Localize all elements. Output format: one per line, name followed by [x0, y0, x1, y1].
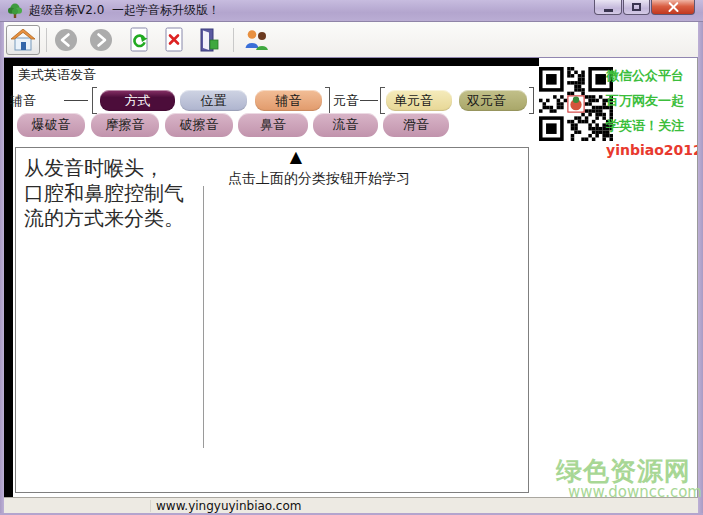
minimize-button[interactable] [594, 0, 622, 15]
close-icon [668, 2, 679, 13]
forward-icon [90, 29, 112, 51]
qr-code [539, 66, 613, 142]
vertical-divider [203, 186, 204, 448]
minimize-icon [604, 9, 613, 12]
tab-method[interactable]: 方式 [100, 90, 175, 111]
tab-consonant[interactable]: 辅音 [255, 90, 322, 111]
description-line: 从发音时喉头， [24, 156, 214, 181]
back-button[interactable] [52, 26, 80, 54]
exit-button[interactable] [195, 26, 223, 54]
status-url: www.yingyuyinbiao.com [156, 499, 301, 513]
tab-monophthong[interactable]: 单元音 [386, 90, 452, 111]
up-arrow-icon: ▲ [280, 147, 312, 166]
flash-frame-top [4, 58, 539, 66]
status-separator [150, 500, 151, 512]
subcat-button-nasal[interactable]: 鼻音 [238, 113, 308, 137]
toolbar-separator [46, 28, 47, 52]
consonant-group-label: 辅音 [10, 92, 36, 110]
promo-line: 微信公众平台 [606, 67, 702, 85]
exit-door-icon [197, 28, 221, 52]
title-bar: 超级音标V2.0 一起学音标升级版！ [0, 0, 703, 22]
description-line: 流的方式来分类。 [24, 206, 214, 231]
toolbar-separator [233, 28, 234, 52]
bracket-open [92, 87, 97, 114]
toolbar [4, 22, 698, 58]
window-frame-left [0, 22, 4, 515]
subcat-button-glide[interactable]: 滑音 [383, 113, 449, 137]
subcat-button-affricate[interactable]: 破擦音 [165, 113, 233, 137]
back-icon [55, 29, 77, 51]
tree-icon [7, 3, 23, 19]
window-title: 超级音标V2.0 一起学音标升级版！ [29, 2, 220, 19]
users-icon [244, 29, 270, 51]
subcat-button-liquid[interactable]: 流音 [313, 113, 378, 137]
bracket-close [529, 87, 534, 114]
users-button[interactable] [240, 26, 274, 54]
promo-account: yinbiao2012 [606, 142, 703, 158]
refresh-icon [127, 27, 151, 53]
home-icon [11, 29, 35, 51]
bracket-open [380, 87, 385, 114]
subcat-button-fricative[interactable]: 摩擦音 [91, 113, 159, 137]
forward-button[interactable] [87, 26, 115, 54]
delete-icon [162, 27, 186, 53]
app-window: 超级音标V2.0 一起学音标升级版！ [0, 0, 703, 515]
promo-line: 学英语！关注 [606, 117, 702, 135]
connector-dash [360, 100, 378, 101]
maximize-icon [632, 3, 641, 11]
window-frame-right [698, 22, 703, 515]
close-button[interactable] [651, 0, 695, 15]
home-button[interactable] [6, 25, 40, 55]
promo-line: 百万网友一起 [606, 92, 702, 110]
window-controls [593, 0, 695, 15]
flash-frame-left [4, 58, 13, 497]
section-title: 美式英语发音 [18, 66, 96, 84]
refresh-button[interactable] [125, 26, 153, 54]
vowel-group-label: 元音 [333, 92, 359, 110]
connector-dash [64, 100, 88, 101]
maximize-button[interactable] [623, 0, 650, 15]
bracket-close [325, 87, 330, 114]
description-text: 从发音时喉头， 口腔和鼻腔控制气 流的方式来分类。 [24, 156, 214, 231]
subcat-button-plosive[interactable]: 爆破音 [17, 113, 85, 137]
delete-button[interactable] [160, 26, 188, 54]
description-line: 口腔和鼻腔控制气 [24, 181, 214, 206]
tab-diphthong[interactable]: 双元音 [459, 90, 527, 111]
hint-text: 点击上面的分类按钮开始学习 [228, 170, 410, 188]
tab-position[interactable]: 位置 [180, 90, 247, 111]
watermark-url: www.downcc.com [568, 483, 702, 501]
